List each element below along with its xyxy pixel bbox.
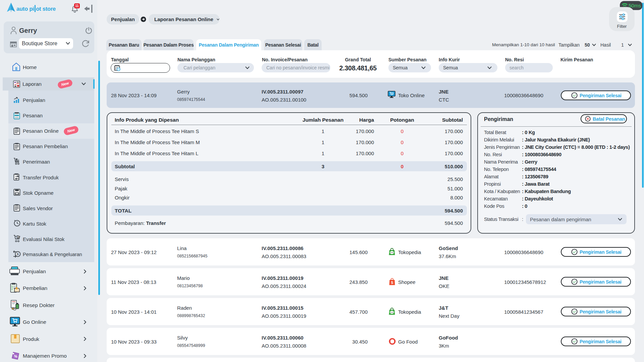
svg-text:S: S bbox=[391, 281, 393, 285]
svg-text:%: % bbox=[14, 354, 17, 358]
svg-text:RP: RP bbox=[16, 236, 19, 238]
svg-text:$: $ bbox=[17, 252, 18, 256]
